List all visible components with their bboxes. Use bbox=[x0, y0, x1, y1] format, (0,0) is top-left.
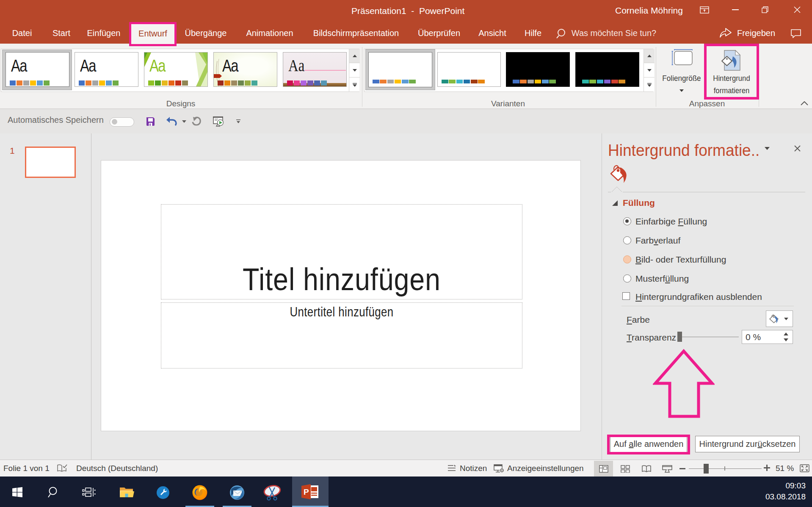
svg-text:P: P bbox=[304, 488, 309, 496]
